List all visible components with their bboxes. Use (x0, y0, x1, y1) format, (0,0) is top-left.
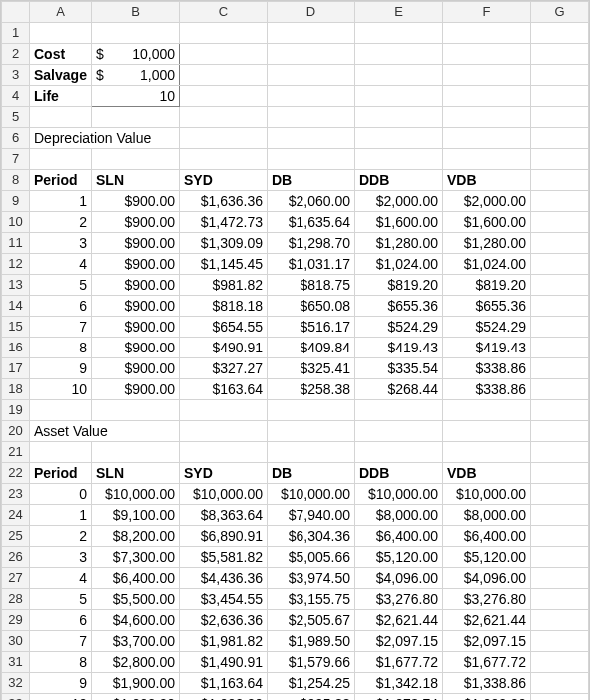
cell[interactable] (531, 107, 589, 128)
cell-db[interactable]: $409.84 (268, 338, 355, 358)
cell[interactable] (531, 358, 589, 379)
cell[interactable] (180, 442, 268, 463)
cell[interactable] (355, 421, 443, 442)
cell[interactable] (443, 128, 531, 149)
cell[interactable] (92, 149, 180, 170)
row-header[interactable]: 4 (2, 86, 30, 107)
cell-vdb[interactable]: $1,024.00 (443, 254, 531, 275)
cell[interactable] (531, 23, 589, 44)
cell[interactable] (180, 86, 268, 107)
cell-db[interactable]: $1,579.66 (268, 652, 355, 673)
cell-period[interactable]: 8 (30, 652, 92, 673)
cell[interactable] (531, 379, 589, 400)
cell[interactable] (355, 400, 443, 421)
cell-salvage-label[interactable]: Salvage (30, 65, 92, 86)
cell-header-db[interactable]: DB (268, 463, 355, 484)
row-header[interactable]: 19 (2, 400, 30, 421)
cell-db[interactable]: $818.75 (268, 275, 355, 296)
cell-section-depreciation[interactable]: Depreciation Value (30, 128, 180, 149)
cell-period[interactable]: 6 (30, 296, 92, 317)
cell[interactable] (355, 442, 443, 463)
cell-ddb[interactable]: $4,096.00 (355, 568, 443, 589)
cell-vdb[interactable]: $419.43 (443, 338, 531, 358)
cell-header-ddb[interactable]: DDB (355, 170, 443, 191)
cell-vdb[interactable]: $819.20 (443, 275, 531, 296)
cell[interactable] (443, 421, 531, 442)
cell[interactable] (180, 421, 268, 442)
spreadsheet[interactable]: A B C D E F G 1 2 Cost $10,000 3 Salvage… (0, 0, 590, 700)
row-header[interactable]: 16 (2, 338, 30, 358)
row-header[interactable]: 33 (2, 694, 30, 701)
cell-db[interactable]: $7,940.00 (268, 505, 355, 526)
cell-db[interactable]: $10,000.00 (268, 484, 355, 505)
cell[interactable] (531, 275, 589, 296)
cell-sln[interactable]: $6,400.00 (92, 568, 180, 589)
cell[interactable] (180, 107, 268, 128)
cell[interactable] (531, 463, 589, 484)
cell[interactable] (268, 86, 355, 107)
row-header[interactable]: 20 (2, 421, 30, 442)
cell-period[interactable]: 6 (30, 610, 92, 631)
cell-vdb[interactable]: $2,000.00 (443, 191, 531, 212)
row-header[interactable]: 18 (2, 379, 30, 400)
cell[interactable] (531, 526, 589, 547)
cell[interactable] (443, 442, 531, 463)
cell[interactable] (531, 170, 589, 191)
cell[interactable] (531, 86, 589, 107)
cell-db[interactable]: $1,298.70 (268, 233, 355, 254)
cell-header-period[interactable]: Period (30, 170, 92, 191)
cell[interactable] (531, 694, 589, 701)
cell-db[interactable]: $5,005.66 (268, 547, 355, 568)
cell-syd[interactable]: $8,363.64 (180, 505, 268, 526)
cell[interactable] (180, 400, 268, 421)
cell[interactable] (443, 86, 531, 107)
row-header[interactable]: 23 (2, 484, 30, 505)
cell-period[interactable]: 2 (30, 212, 92, 233)
col-header-D[interactable]: D (268, 2, 355, 23)
cell[interactable] (268, 400, 355, 421)
row-header[interactable]: 13 (2, 275, 30, 296)
cell-ddb[interactable]: $1,342.18 (355, 673, 443, 694)
cell-ddb[interactable]: $2,621.44 (355, 610, 443, 631)
row-header[interactable]: 3 (2, 65, 30, 86)
cell-sln[interactable]: $1,000.00 (92, 694, 180, 701)
cell-header-sln[interactable]: SLN (92, 463, 180, 484)
corner-cell[interactable] (2, 2, 30, 23)
row-header[interactable]: 9 (2, 191, 30, 212)
cell-syd[interactable]: $3,454.55 (180, 589, 268, 610)
cell-syd[interactable]: $490.91 (180, 338, 268, 358)
cell[interactable] (92, 23, 180, 44)
cell-sln[interactable]: $10,000.00 (92, 484, 180, 505)
col-header-F[interactable]: F (443, 2, 531, 23)
cell-syd[interactable]: $1,636.36 (180, 191, 268, 212)
cell[interactable] (531, 547, 589, 568)
cell[interactable] (443, 400, 531, 421)
cell[interactable] (92, 107, 180, 128)
cell-db[interactable]: $3,155.75 (268, 589, 355, 610)
cell[interactable] (531, 505, 589, 526)
cell-ddb[interactable]: $655.36 (355, 296, 443, 317)
cell-life-label[interactable]: Life (30, 86, 92, 107)
cell-cost-label[interactable]: Cost (30, 44, 92, 65)
cell[interactable] (268, 44, 355, 65)
cell-vdb[interactable]: $8,000.00 (443, 505, 531, 526)
cell-ddb[interactable]: $2,000.00 (355, 191, 443, 212)
cell-db[interactable]: $1,031.17 (268, 254, 355, 275)
cell-vdb[interactable]: $5,120.00 (443, 547, 531, 568)
cell-header-syd[interactable]: SYD (180, 170, 268, 191)
cell-syd[interactable]: $1,145.45 (180, 254, 268, 275)
cell[interactable] (443, 23, 531, 44)
row-header[interactable]: 7 (2, 149, 30, 170)
cell-ddb[interactable]: $10,000.00 (355, 484, 443, 505)
cell-vdb[interactable]: $3,276.80 (443, 589, 531, 610)
cell-cost-value[interactable]: $10,000 (92, 44, 180, 65)
cell-vdb[interactable]: $338.86 (443, 358, 531, 379)
cell-syd[interactable]: $1,163.64 (180, 673, 268, 694)
cell-db[interactable]: $2,505.67 (268, 610, 355, 631)
cell-period[interactable]: 10 (30, 694, 92, 701)
cell[interactable] (180, 44, 268, 65)
cell-db[interactable]: $1,989.50 (268, 631, 355, 652)
cell[interactable] (92, 400, 180, 421)
cell[interactable] (531, 191, 589, 212)
cell[interactable] (531, 128, 589, 149)
